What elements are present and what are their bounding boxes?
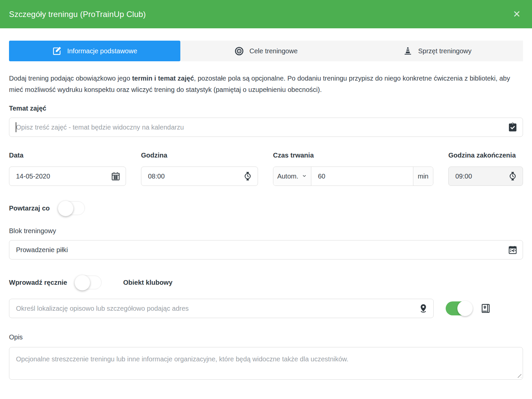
- topic-field: [9, 118, 523, 137]
- club-facility-toggle[interactable]: [446, 301, 472, 315]
- description-field: [9, 347, 523, 380]
- modal-title: Szczegóły treningu (ProTrainUp Club): [9, 10, 146, 19]
- tab-sprzet-treningowy[interactable]: Sprzęt treningowy: [352, 41, 523, 61]
- duration-value-input[interactable]: [311, 167, 413, 186]
- clipboard-check-icon[interactable]: [508, 122, 518, 132]
- calendar-icon[interactable]: [111, 171, 121, 181]
- training-block-input[interactable]: [9, 240, 523, 259]
- duration-mode-select[interactable]: Autom.: [273, 167, 311, 186]
- toggle-knob: [75, 275, 90, 290]
- end-time-label: Godzina zakończenia: [448, 152, 523, 159]
- close-button[interactable]: ✕: [512, 8, 522, 20]
- text-caret: [16, 122, 16, 132]
- location-row: [9, 299, 523, 318]
- toggle-knob: [457, 301, 473, 316]
- repeat-label: Powtarzaj co: [9, 204, 50, 212]
- duration-label: Czas trwania: [273, 152, 433, 159]
- training-block-label: Blok treningowy: [9, 227, 523, 235]
- chevron-down-icon: [302, 173, 307, 180]
- description-label: Opis: [9, 333, 523, 341]
- close-icon: ✕: [513, 9, 521, 19]
- cone-icon: [403, 46, 413, 56]
- calendar-multiselect-icon[interactable]: [508, 245, 518, 255]
- tab-bar: Informacje podstawowe Cele treningowe Sp…: [9, 41, 523, 61]
- tab-informacje-podstawowe[interactable]: Informacje podstawowe: [9, 41, 180, 61]
- topic-input[interactable]: [9, 118, 523, 137]
- start-time-label: Godzina: [141, 152, 258, 159]
- tab-label: Informacje podstawowe: [67, 47, 137, 55]
- tab-cele-treningowe[interactable]: Cele treningowe: [180, 41, 352, 61]
- toggle-knob: [58, 201, 73, 216]
- facility-map-book-icon[interactable]: [480, 303, 491, 314]
- date-label: Data: [9, 152, 126, 159]
- start-time-input[interactable]: [141, 167, 258, 186]
- description-textarea[interactable]: [9, 347, 523, 380]
- datetime-row: Data Godzina Czas trwania: [9, 152, 523, 186]
- repeat-toggle[interactable]: [58, 201, 85, 215]
- edit-icon: [52, 46, 62, 56]
- intro-text: Dodaj trening podając obowiązkowo jego t…: [9, 73, 523, 95]
- manual-entry-row: Wprowadź ręcznie Obiekt klubowy: [9, 275, 523, 289]
- tab-label: Sprzęt treningowy: [418, 47, 471, 55]
- manual-entry-label: Wprowadź ręcznie: [9, 279, 67, 286]
- repeat-row: Powtarzaj co: [9, 201, 523, 215]
- duration-group: Autom. min: [273, 167, 433, 186]
- topic-label: Temat zajęć: [9, 105, 523, 112]
- date-input[interactable]: [9, 167, 126, 186]
- location-input[interactable]: [9, 299, 434, 318]
- target-icon: [234, 46, 244, 56]
- location-field: [9, 299, 434, 318]
- training-details-modal: Szczegóły treningu (ProTrainUp Club) ✕ I…: [0, 0, 532, 380]
- training-block-field: [9, 240, 523, 259]
- watch-icon[interactable]: [243, 171, 253, 181]
- tab-label: Cele treningowe: [249, 47, 298, 55]
- modal-header: Szczegóły treningu (ProTrainUp Club) ✕: [0, 0, 532, 28]
- duration-unit-addon: min: [413, 167, 433, 186]
- map-pin-icon[interactable]: [418, 303, 428, 313]
- watch-icon[interactable]: [508, 171, 518, 181]
- club-facility-label: Obiekt klubowy: [123, 279, 172, 286]
- modal-content: Informacje podstawowe Cele treningowe Sp…: [0, 41, 532, 380]
- manual-entry-toggle[interactable]: [75, 275, 102, 289]
